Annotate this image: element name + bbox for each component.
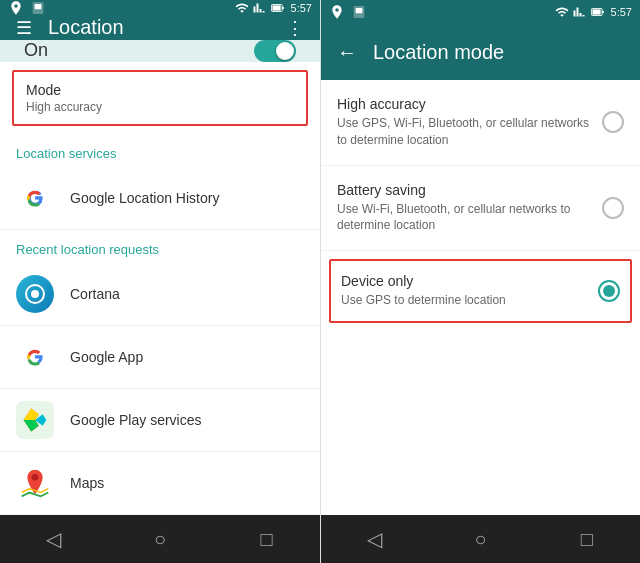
hamburger-icon[interactable]: ☰ xyxy=(16,17,32,39)
device-only-title: Device only xyxy=(341,273,586,289)
maps-label: Maps xyxy=(70,475,104,491)
google-app-item[interactable]: Google App xyxy=(0,326,320,389)
toolbar-left: ☰ Location ⋮ xyxy=(0,16,320,40)
right-panel: 5:57 ← Location mode High accuracy Use G… xyxy=(320,0,640,563)
status-right-right: 5:57 xyxy=(555,5,632,19)
recents-button-left[interactable]: □ xyxy=(243,515,291,563)
mode-section[interactable]: Mode High accuracy xyxy=(12,70,308,126)
battery-saving-radio[interactable] xyxy=(602,197,624,219)
google-play-icon xyxy=(16,401,54,439)
device-only-desc: Use GPS to determine location xyxy=(341,292,586,309)
location-services-header: Location services xyxy=(0,134,320,167)
svg-rect-3 xyxy=(282,7,284,9)
back-button-left[interactable]: ◁ xyxy=(29,515,77,563)
high-accuracy-title: High accuracy xyxy=(337,96,590,112)
svg-rect-4 xyxy=(272,5,280,10)
maps-item[interactable]: Maps xyxy=(0,452,320,515)
svg-rect-17 xyxy=(602,11,604,13)
device-only-text: Device only Use GPS to determine locatio… xyxy=(341,273,586,309)
status-left-icons xyxy=(8,0,46,16)
location-toggle-row: On xyxy=(0,40,320,62)
high-accuracy-radio[interactable] xyxy=(602,111,624,133)
location-toggle[interactable] xyxy=(254,40,296,62)
maps-icon xyxy=(16,464,54,502)
high-accuracy-option[interactable]: High accuracy Use GPS, Wi-Fi, Bluetooth,… xyxy=(321,80,640,166)
bottom-nav-left: ◁ ○ □ xyxy=(0,515,320,563)
battery-saving-text: Battery saving Use Wi-Fi, Bluetooth, or … xyxy=(337,182,590,235)
status-time-left: 5:57 xyxy=(291,2,312,14)
status-left-right xyxy=(329,4,367,20)
battery-saving-title: Battery saving xyxy=(337,182,590,198)
sim-icon-right xyxy=(351,4,367,20)
svg-rect-1 xyxy=(35,4,42,9)
signal-icon xyxy=(253,1,265,15)
google-icon: G xyxy=(16,179,54,217)
cortana-label: Cortana xyxy=(70,286,120,302)
google-play-label: Google Play services xyxy=(70,412,202,428)
cortana-item[interactable]: Cortana xyxy=(0,263,320,326)
home-button-right[interactable]: ○ xyxy=(456,515,504,563)
sim-icon xyxy=(30,0,46,16)
high-accuracy-desc: Use GPS, Wi-Fi, Bluetooth, or cellular n… xyxy=(337,115,590,149)
location-status-icon xyxy=(8,0,24,16)
status-right-icons: 5:57 xyxy=(235,1,312,15)
status-time-right: 5:57 xyxy=(611,6,632,18)
signal-icon-right xyxy=(573,5,585,19)
recents-button-right[interactable]: □ xyxy=(563,515,611,563)
back-arrow-icon[interactable]: ← xyxy=(337,41,357,64)
cortana-icon xyxy=(16,275,54,313)
google-app-label: Google App xyxy=(70,349,143,365)
battery-icon xyxy=(269,1,287,15)
mode-subtitle: High accuracy xyxy=(26,100,294,114)
svg-point-13 xyxy=(32,474,39,481)
status-bar-right: 5:57 xyxy=(321,0,640,24)
status-bar-left: 5:57 xyxy=(0,0,320,16)
home-button-left[interactable]: ○ xyxy=(136,515,184,563)
left-panel: 5:57 ☰ Location ⋮ On Mode High accuracy … xyxy=(0,0,320,563)
wifi-icon xyxy=(235,1,249,15)
more-options-icon[interactable]: ⋮ xyxy=(286,17,304,39)
high-accuracy-text: High accuracy Use GPS, Wi-Fi, Bluetooth,… xyxy=(337,96,590,149)
svg-point-8 xyxy=(31,290,39,298)
page-title-left: Location xyxy=(48,16,270,39)
google-location-history-item[interactable]: G Google Location History xyxy=(0,167,320,230)
toolbar-right: ← Location mode xyxy=(321,24,640,80)
google-app-icon xyxy=(16,338,54,376)
toggle-label: On xyxy=(24,40,48,61)
mode-title: Mode xyxy=(26,82,294,98)
svg-rect-15 xyxy=(356,8,363,13)
battery-saving-option[interactable]: Battery saving Use Wi-Fi, Bluetooth, or … xyxy=(321,166,640,252)
page-title-right: Location mode xyxy=(373,41,624,64)
location-status-icon-right xyxy=(329,4,345,20)
device-only-option[interactable]: Device only Use GPS to determine locatio… xyxy=(329,259,632,323)
battery-saving-desc: Use Wi-Fi, Bluetooth, or cellular networ… xyxy=(337,201,590,235)
google-location-history-label: Google Location History xyxy=(70,190,219,206)
battery-icon-right xyxy=(589,5,607,19)
device-only-radio[interactable] xyxy=(598,280,620,302)
svg-rect-18 xyxy=(592,9,600,14)
back-button-right[interactable]: ◁ xyxy=(350,515,398,563)
bottom-nav-right: ◁ ○ □ xyxy=(321,515,640,563)
recent-requests-header: Recent location requests xyxy=(0,230,320,263)
wifi-icon-right xyxy=(555,5,569,19)
google-play-item[interactable]: Google Play services xyxy=(0,389,320,452)
